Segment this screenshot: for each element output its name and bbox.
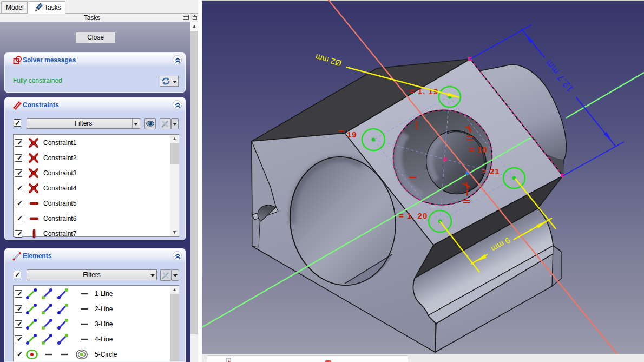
svg-text:= 1. 20: = 1. 20 (399, 211, 428, 220)
svg-text:= 21: = 21 (482, 167, 500, 176)
svg-text:19: 19 (347, 130, 357, 139)
svg-text:= 10: = 10 (469, 145, 488, 154)
